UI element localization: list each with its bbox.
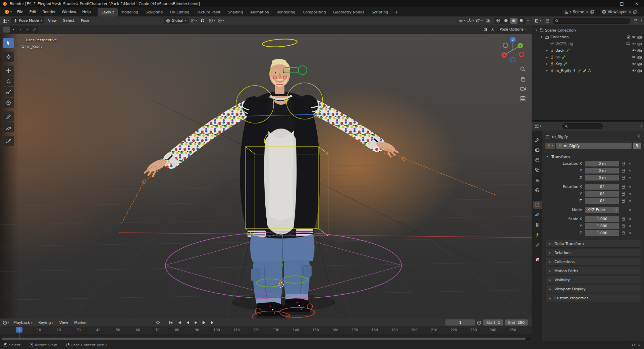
prev-keyframe-button[interactable] bbox=[175, 319, 183, 326]
menu-playback[interactable]: Playback ▾ bbox=[11, 319, 35, 326]
location-x-field[interactable]: 0 m bbox=[585, 161, 619, 166]
disclosure-icon[interactable]: ▸ bbox=[545, 49, 549, 52]
tab-rendering[interactable]: Rendering bbox=[273, 8, 299, 16]
timeline-track[interactable] bbox=[0, 334, 532, 341]
tab-object[interactable] bbox=[533, 201, 542, 209]
shading-material-button[interactable] bbox=[510, 18, 518, 24]
rotation-y-field[interactable]: 0° bbox=[585, 191, 619, 197]
move-tool[interactable] bbox=[3, 65, 14, 76]
menu-keying[interactable]: Keying ▾ bbox=[36, 319, 56, 326]
outliner-row-collection[interactable]: ▾ Collection bbox=[532, 34, 644, 40]
section-custom-properties[interactable]: ▸Custom Properties bbox=[545, 294, 641, 302]
hide-eye-icon[interactable] bbox=[632, 49, 636, 52]
filter-icon[interactable] bbox=[632, 17, 640, 24]
zoom-icon[interactable] bbox=[520, 66, 526, 72]
outliner-row-wgts-rig[interactable]: WGTS_rig bbox=[532, 40, 644, 47]
hide-eye-icon[interactable] bbox=[632, 69, 636, 72]
use-preview-range-icon[interactable] bbox=[477, 320, 481, 325]
axis-neg-z-handle[interactable] bbox=[511, 57, 515, 62]
tab-modeling[interactable]: Modeling bbox=[118, 8, 142, 16]
shading-solid-button[interactable] bbox=[502, 18, 510, 24]
animate-dot[interactable] bbox=[629, 186, 631, 188]
breadcrumb-object-name[interactable]: m_Rigify bbox=[552, 135, 568, 139]
menu-timeline-view[interactable]: View bbox=[57, 319, 71, 326]
section-viewport-display[interactable]: ▸Viewport Display bbox=[545, 285, 641, 293]
outliner-row-scene-collection[interactable]: ▾ Scene Collection bbox=[532, 27, 644, 34]
transform-tool[interactable] bbox=[3, 98, 14, 108]
disclosure-icon[interactable]: ▾ bbox=[540, 35, 543, 39]
tab-render[interactable] bbox=[533, 146, 542, 154]
users-count-button[interactable]: 3 bbox=[633, 143, 641, 149]
add-workspace-button[interactable]: + bbox=[392, 8, 401, 16]
scale-z-field[interactable]: 1.000 bbox=[585, 230, 619, 236]
tab-world[interactable] bbox=[533, 186, 542, 194]
select-mode-extend-button[interactable] bbox=[10, 27, 17, 33]
rotate-tool[interactable] bbox=[3, 76, 14, 86]
mirror-x-toggle[interactable]: X bbox=[489, 27, 496, 33]
next-keyframe-button[interactable] bbox=[201, 319, 208, 326]
tab-texture[interactable] bbox=[533, 255, 542, 263]
menu-pose[interactable]: Pose bbox=[78, 17, 92, 24]
location-y-field[interactable]: 0 m bbox=[585, 168, 619, 173]
hide-eye-icon[interactable] bbox=[632, 35, 636, 39]
menu-select[interactable]: Select bbox=[60, 17, 77, 24]
lock-icon[interactable] bbox=[622, 177, 625, 180]
animate-dot[interactable] bbox=[629, 232, 631, 234]
rotation-z-field[interactable]: 0° bbox=[585, 198, 619, 204]
unlink-scene-button[interactable]: × bbox=[586, 10, 588, 14]
menu-marker[interactable]: Marker bbox=[71, 319, 90, 326]
select-mode-invert-button[interactable] bbox=[24, 27, 31, 33]
outliner-editor-type-button[interactable]: ▾ bbox=[534, 17, 542, 24]
lock-icon[interactable] bbox=[622, 193, 625, 196]
jump-end-button[interactable] bbox=[209, 319, 217, 326]
animate-dot[interactable] bbox=[629, 170, 631, 171]
viewport-canvas[interactable]: User Perspective (1) m_Rigify bbox=[0, 34, 532, 318]
menu-edit[interactable]: Edit bbox=[26, 8, 39, 15]
timeline-ruler[interactable]: 1 10 20 30 40 50 60 70 80 90 100 110 120… bbox=[0, 327, 532, 334]
section-visibility[interactable]: ▸Visibility bbox=[545, 276, 641, 284]
render-camera-icon[interactable] bbox=[637, 42, 642, 46]
tab-texture-paint[interactable]: Texture Paint bbox=[193, 8, 224, 16]
scene-selector[interactable]: ▾ Scene × bbox=[561, 9, 597, 15]
lock-icon[interactable] bbox=[622, 170, 625, 172]
outliner-row-key[interactable]: ▸ Key bbox=[532, 60, 644, 67]
lock-icon[interactable] bbox=[622, 163, 625, 165]
close-button[interactable]: × bbox=[629, 0, 644, 7]
object-name-field[interactable]: m_Rigify bbox=[556, 143, 632, 149]
shading-rendered-button[interactable] bbox=[518, 18, 525, 24]
shading-options-chevron-icon[interactable]: ▾ bbox=[527, 19, 529, 22]
select-mode-intersect-button[interactable] bbox=[31, 27, 38, 33]
annotate-tool[interactable] bbox=[3, 111, 14, 121]
tab-constraints[interactable] bbox=[533, 221, 542, 229]
disclosure-icon[interactable]: ▸ bbox=[545, 69, 549, 72]
play-button[interactable] bbox=[192, 319, 200, 326]
location-z-field[interactable]: 0 m bbox=[585, 175, 619, 181]
properties-editor-type-button[interactable]: ▾ bbox=[534, 123, 542, 130]
new-view-layer-icon[interactable] bbox=[633, 10, 637, 14]
section-motion-paths[interactable]: ▸Motion Paths bbox=[545, 267, 641, 275]
blender-menu-button[interactable]: ▾ bbox=[2, 8, 14, 15]
outliner-search[interactable] bbox=[553, 18, 630, 24]
axis-neg-y-handle[interactable] bbox=[503, 43, 508, 48]
tab-bone[interactable] bbox=[533, 241, 542, 249]
pose-options-dropdown[interactable]: Pose Options ▾ bbox=[497, 26, 529, 33]
tab-scripting[interactable]: Scripting bbox=[368, 8, 392, 16]
mode-dropdown[interactable]: Pose Mode ▾ bbox=[11, 17, 44, 24]
properties-search-input[interactable] bbox=[569, 124, 600, 128]
tab-scene[interactable] bbox=[533, 176, 542, 184]
render-camera-icon[interactable] bbox=[637, 49, 642, 52]
lock-icon[interactable] bbox=[622, 200, 625, 203]
object-visibility-button[interactable]: ▾ bbox=[458, 17, 466, 24]
tab-layout[interactable]: Layout bbox=[98, 8, 117, 16]
render-camera-icon[interactable] bbox=[637, 69, 642, 72]
current-frame-field[interactable]: 1 bbox=[445, 319, 475, 326]
shading-wireframe-button[interactable] bbox=[494, 18, 502, 24]
snap-target-button[interactable]: ▾ bbox=[208, 17, 216, 24]
measure-tool[interactable] bbox=[3, 122, 14, 132]
animate-dot[interactable] bbox=[629, 177, 631, 179]
lock-icon[interactable] bbox=[622, 233, 625, 235]
outliner-row-m-rigify[interactable]: ▸ m_Rigify bbox=[532, 67, 644, 74]
tab-animation[interactable]: Animation bbox=[247, 8, 273, 16]
tab-physics[interactable] bbox=[533, 211, 542, 219]
gizmos-button[interactable]: ▾ bbox=[467, 17, 475, 24]
